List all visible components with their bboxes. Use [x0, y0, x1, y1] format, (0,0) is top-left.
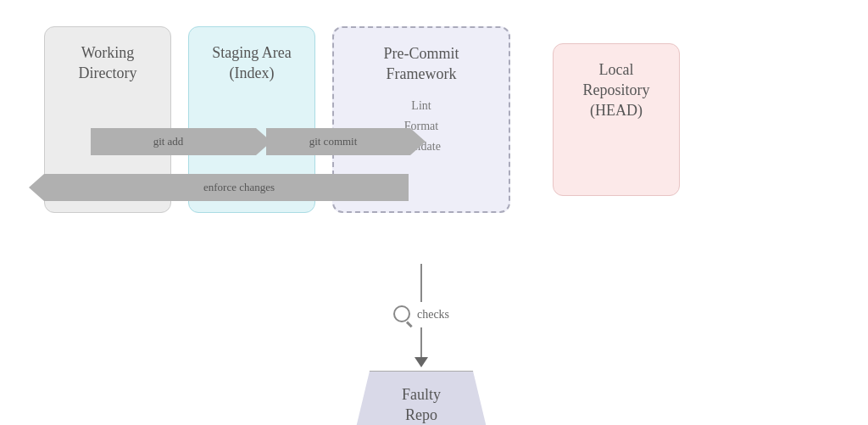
faulty-repo-shape	[353, 371, 489, 426]
enforce-changes-arrow: enforce changes	[44, 174, 409, 201]
enforce-changes-label: enforce changes	[203, 181, 275, 194]
git-add-arrow-row: git add git commit	[91, 128, 515, 155]
vertical-line-bottom	[420, 327, 422, 357]
arrows-section: git add git commit enforce changes	[44, 128, 515, 201]
checks-label: checks	[417, 308, 449, 322]
vertical-line-top	[420, 264, 422, 302]
enforce-changes-arrow-row: enforce changes	[44, 174, 515, 201]
search-icon	[393, 305, 412, 324]
faulty-repo-wrapper: Faulty Repo	[353, 371, 489, 426]
git-add-arrow: git add	[91, 128, 256, 155]
precommit-title: Pre-Commit Framework	[384, 43, 459, 85]
git-add-label: git add	[153, 135, 184, 148]
arrow-down-head	[415, 357, 428, 367]
staging-area-title: Staging Area (Index)	[212, 42, 291, 84]
diagram: Working Directory Staging Area (Index) P…	[27, 18, 841, 408]
bottom-section: checks Faulty Repo	[353, 264, 489, 426]
lint-label: Lint	[402, 96, 441, 116]
local-repo-box: Local Repository (HEAD)	[553, 43, 680, 196]
working-directory-title: Working Directory	[79, 42, 137, 84]
checks-row: checks	[393, 305, 449, 324]
git-commit-label: git commit	[309, 135, 358, 148]
local-repo-title: Local Repository (HEAD)	[583, 59, 650, 121]
git-commit-arrow: git commit	[266, 128, 410, 155]
